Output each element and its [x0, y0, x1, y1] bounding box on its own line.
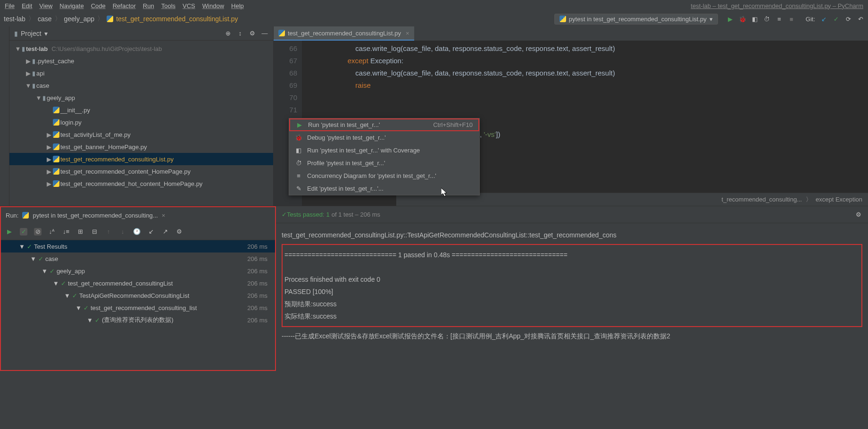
editor-tab[interactable]: test_get_recommended_consultingList.py × — [274, 26, 414, 41]
python-icon — [559, 16, 566, 22]
tree-item[interactable]: ▶▮api — [9, 67, 273, 79]
gear-icon[interactable]: ⚙ — [249, 30, 256, 37]
sort-duration-icon[interactable]: ↓≡ — [62, 228, 70, 236]
prev-icon[interactable]: ↑ — [105, 228, 112, 236]
project-panel: ▮ Project ▾ ⊕ ↕ ⚙ — ▼▮ test-lab C:\Users… — [9, 26, 274, 206]
expand-icon[interactable]: ↕ — [236, 30, 244, 37]
breadcrumb-item[interactable]: geely_app — [64, 15, 95, 23]
test-item[interactable]: ▼✓(查询推荐资讯列表的数据)206 ms — [1, 314, 275, 326]
test-item[interactable]: ▼✓test_get_recommended_consultingList206… — [1, 277, 275, 289]
test-item[interactable]: ▼✓TestApiGetRecommendedConsultingList206… — [1, 289, 275, 302]
window-title: test-lab – test_get_recommended_consulti… — [691, 2, 863, 9]
console-line: 实际结果:success — [284, 310, 860, 322]
test-item[interactable]: ▼✓geely_app206 ms — [1, 265, 275, 277]
tree-root[interactable]: ▼▮ test-lab C:\Users\liangshu.hu\GitProj… — [9, 42, 273, 55]
tree-item[interactable]: __init__.py — [9, 104, 273, 116]
rerun-icon[interactable]: ▶ — [6, 228, 13, 236]
python-icon — [107, 16, 113, 22]
console-line — [284, 261, 860, 273]
check-icon: ✓ — [282, 211, 287, 218]
test-item[interactable]: ▼✓test_get_recommended_consulting_list20… — [1, 302, 275, 314]
export-icon[interactable]: ↗ — [161, 228, 169, 236]
python-icon — [53, 180, 59, 187]
gear-icon[interactable]: ⚙ — [175, 228, 183, 236]
menu-file[interactable]: File — [5, 2, 15, 9]
minimize-icon[interactable]: — — [261, 30, 268, 37]
breadcrumb-item[interactable]: t_recommended_consulting... — [721, 196, 802, 203]
run-tab-label[interactable]: pytest in test_get_recommended_consultin… — [33, 212, 158, 219]
locate-icon[interactable]: ⊕ — [224, 30, 232, 37]
tree-item[interactable]: ▼▮geely_app — [9, 92, 273, 104]
python-icon — [53, 119, 59, 126]
git-history-icon[interactable]: ⟳ — [844, 15, 852, 23]
git-update-icon[interactable]: ↙ — [820, 15, 827, 23]
run-icon[interactable]: ▶ — [726, 15, 734, 23]
check-icon: ✓ — [83, 304, 89, 311]
tree-item[interactable]: ▶test_activityList_of_me.py — [9, 128, 273, 141]
menu-edit[interactable]: Edit — [22, 2, 32, 9]
menu-item[interactable]: 🐞Debug 'pytest in test_get_r...' — [289, 131, 479, 144]
concurrency-icon[interactable]: ≡ — [776, 15, 783, 23]
toggle-ignored-icon[interactable]: ⊘ — [34, 228, 42, 236]
test-item[interactable]: ▼✓Test Results206 ms — [1, 240, 275, 252]
console-output[interactable]: test_get_recommended_consultingList.py::… — [276, 223, 868, 371]
test-tree[interactable]: ▼✓Test Results206 ms▼✓case206 ms▼✓geely_… — [1, 240, 275, 370]
menu-item[interactable]: ≡Concurrency Diagram for 'pytest in test… — [289, 169, 479, 182]
menu-tools[interactable]: Tools — [161, 2, 175, 9]
chevron-down-icon[interactable]: ▾ — [44, 30, 48, 37]
menu-refactor[interactable]: Refactor — [113, 2, 136, 9]
menu-view[interactable]: View — [39, 2, 52, 9]
breadcrumb-current[interactable]: test_get_recommended_consultingList.py — [116, 15, 238, 23]
folder-icon: ▮ — [32, 58, 35, 65]
menu-item[interactable]: ⏱Profile 'pytest in test_get_r...' — [289, 157, 479, 169]
project-tree[interactable]: ▼▮ test-lab C:\Users\liangshu.hu\GitProj… — [9, 41, 273, 192]
tree-item[interactable]: ▶test_get_recommended_hot_content_HomePa… — [9, 177, 273, 190]
menu-item[interactable]: ◧Run 'pytest in test_get_r...' with Cove… — [289, 144, 479, 157]
next-icon[interactable]: ↓ — [119, 228, 126, 236]
python-icon — [278, 30, 285, 36]
stop-icon[interactable]: ■ — [788, 15, 795, 23]
menu-window[interactable]: Window — [202, 2, 224, 9]
sort-icon[interactable]: ↓ᴬ — [48, 228, 56, 236]
test-history-icon[interactable]: 🕐 — [133, 228, 141, 236]
folder-icon: ▮ — [42, 94, 46, 101]
breadcrumb-item[interactable]: case — [38, 15, 52, 23]
breadcrumb-item[interactable]: test-lab — [4, 15, 25, 23]
coverage-icon: ◧ — [295, 147, 302, 154]
git-revert-icon[interactable]: ↶ — [857, 15, 864, 23]
menu-help[interactable]: Help — [231, 2, 244, 9]
run-left-pane: Run: pytest in test_get_recommended_cons… — [0, 206, 276, 371]
tree-item[interactable]: ▶test_get_banner_HomePage.py — [9, 141, 273, 153]
menu-code[interactable]: Code — [91, 2, 106, 9]
close-icon[interactable]: × — [162, 212, 166, 219]
run-config-area: pytest in test_get_recommended_consultin… — [554, 14, 864, 25]
coverage-icon[interactable]: ◧ — [751, 15, 759, 23]
menu-item[interactable]: ✎Edit 'pytest in test_get_r...'... — [289, 182, 479, 195]
gear-icon[interactable]: ⚙ — [855, 211, 862, 219]
python-icon — [22, 212, 29, 219]
tree-item[interactable]: ▼▮case — [9, 79, 273, 92]
debug-icon[interactable]: 🐞 — [739, 15, 746, 23]
project-title[interactable]: Project — [21, 30, 42, 37]
breadcrumb: test-lab〉 case〉 geely_app〉 test_get_reco… — [4, 15, 238, 23]
menu-item[interactable]: ▶Run 'pytest in test_get_r...'Ctrl+Shift… — [289, 118, 479, 131]
import-icon[interactable]: ↙ — [147, 228, 155, 236]
test-item[interactable]: ▼✓case206 ms — [1, 252, 275, 265]
profile-icon[interactable]: ⏱ — [763, 15, 771, 23]
tree-item[interactable]: ▶test_get_recommended_consultingList.py — [9, 153, 273, 165]
tree-item[interactable]: login.py — [9, 116, 273, 128]
expand-all-icon[interactable]: ⊞ — [76, 228, 84, 236]
tree-item[interactable]: ▶test_get_recommended_content_HomePage.p… — [9, 165, 273, 177]
menu-vcs[interactable]: VCS — [183, 2, 195, 9]
toggle-pass-icon[interactable]: ✓ — [20, 228, 27, 236]
menu-navigate[interactable]: Navigate — [59, 2, 83, 9]
breadcrumb-item[interactable]: except Exception — [816, 196, 862, 203]
tree-item[interactable]: ▶▮.pytest_cache — [9, 55, 273, 67]
run-config-dropdown[interactable]: pytest in test_get_recommended_consultin… — [554, 14, 718, 25]
menu-run[interactable]: Run — [143, 2, 154, 9]
diagram-icon: ≡ — [295, 172, 302, 180]
collapse-all-icon[interactable]: ⊟ — [91, 228, 98, 236]
console-line: ------已生成Excel测试报告&存放Excel测试报告的文件名：[接口测试… — [282, 330, 862, 342]
close-icon[interactable]: × — [406, 30, 409, 37]
git-commit-icon[interactable]: ✓ — [832, 15, 840, 23]
